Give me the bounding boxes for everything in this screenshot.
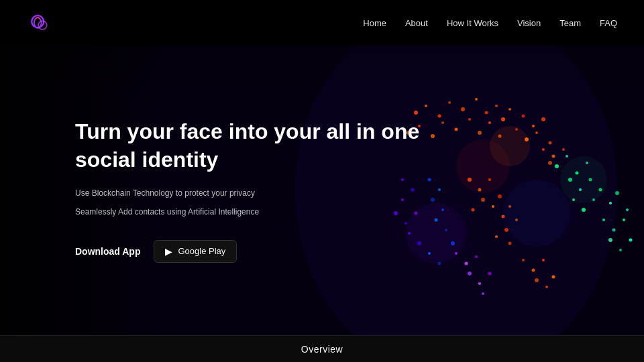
bottom-bar: Overview — [0, 335, 644, 362]
logo[interactable] — [27, 11, 51, 35]
hero-subtitle-2: Seamlessly Add contacts using Artificial… — [75, 206, 424, 219]
play-icon: ▶ — [165, 246, 172, 257]
cta-section: Download App ▶ Google Play — [75, 240, 424, 263]
nav-links: Home About How It Works Vision Team FAQ — [363, 17, 617, 29]
nav-how-it-works[interactable]: How It Works — [447, 18, 498, 28]
overview-text: Overview — [301, 344, 343, 355]
nav-about[interactable]: About — [405, 18, 428, 28]
nav-vision[interactable]: Vision — [517, 18, 541, 28]
nav-faq[interactable]: FAQ — [600, 18, 617, 28]
hero-text-block: Turn your face into your all in one soci… — [75, 118, 424, 263]
hero-content: Turn your face into your all in one soci… — [0, 46, 644, 335]
google-play-label: Google Play — [178, 246, 225, 256]
nav-team[interactable]: Team — [559, 18, 581, 28]
hero-subtitle-1: Use Blockchain Technology to protect you… — [75, 187, 424, 200]
hero-title: Turn your face into your all in one soci… — [75, 118, 424, 174]
navbar: Home About How It Works Vision Team FAQ — [0, 0, 644, 46]
google-play-button[interactable]: ▶ Google Play — [154, 240, 237, 263]
download-label: Download App — [75, 246, 140, 257]
nav-home[interactable]: Home — [363, 18, 386, 28]
